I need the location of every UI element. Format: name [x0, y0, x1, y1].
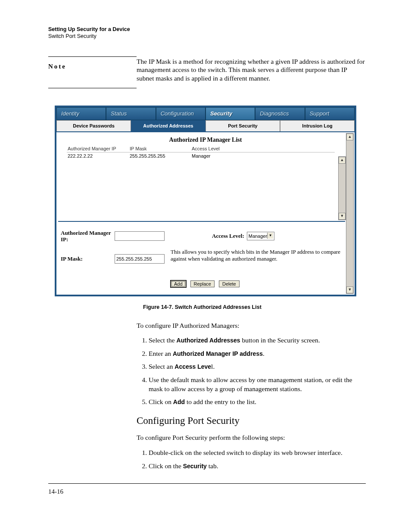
delete-button[interactable]: Delete [219, 280, 240, 287]
cell-mask: 255.255.255.255 [129, 152, 191, 159]
subtab-authorized-addresses[interactable]: Authorized Addresses [131, 120, 206, 131]
add-button[interactable]: Add [171, 280, 186, 287]
scroll-up-icon[interactable]: ▲ [346, 134, 353, 140]
form-area: Authorized Manager IP: Access Level: Man… [61, 230, 344, 268]
scroll-down-icon[interactable]: ▼ [346, 286, 353, 293]
table-row[interactable]: 222.22.2.22 255.255.255.255 Manager [67, 152, 334, 159]
help-text: This allows you to specify which bits in… [171, 249, 342, 263]
subtab-intrusion-log[interactable]: Intrusion Log [280, 120, 355, 131]
list-item: Select the Authorized Addresses button i… [149, 336, 366, 345]
access-level-label: Access Level: [212, 233, 244, 240]
list-area: Authorized Manager IP IP Mask Access Lev… [58, 145, 345, 222]
body-column: To configure IP Authorized Managers: Sel… [137, 321, 366, 471]
running-head-title: Setting Up Security for a Device [48, 26, 366, 33]
page-number: 14-16 [48, 488, 63, 495]
note-block: Note The IP Mask is a method for recogni… [48, 56, 366, 88]
figure-screenshot: Identity Status Configuration Security D… [55, 106, 356, 296]
figure-caption: Figure 14-7. Switch Authorized Addresses… [143, 304, 366, 310]
running-head: Setting Up Security for a Device Switch … [48, 26, 366, 40]
tab-diagnostics[interactable]: Diagnostics [255, 107, 305, 120]
panel: ▲ ▼ Authorized IP Manager List Authorize… [56, 132, 355, 295]
main-tabs: Identity Status Configuration Security D… [56, 107, 355, 120]
tab-configuration[interactable]: Configuration [156, 107, 206, 120]
button-row: Add Replace Delete [171, 280, 240, 287]
list-scrollbar[interactable]: ▲ ▼ [338, 156, 346, 220]
auth-ip-label: Authorized Manager IP: [61, 230, 115, 243]
scroll-up-icon[interactable]: ▲ [339, 157, 346, 164]
cell-access: Manager [191, 152, 253, 159]
note-label: Note [48, 57, 137, 70]
col-header-ip: Authorized Manager IP [67, 145, 129, 152]
tab-status[interactable]: Status [106, 107, 156, 120]
replace-button[interactable]: Replace [190, 280, 215, 287]
tab-security[interactable]: Security [206, 107, 255, 120]
panel-scrollbar[interactable]: ▲ ▼ [346, 133, 354, 294]
auth-ip-input[interactable] [115, 231, 165, 241]
intro-text-2: To configure Port Security perform the f… [137, 433, 366, 442]
running-head-subtitle: Switch Port Security [48, 33, 366, 40]
subtab-device-passwords[interactable]: Device Passwords [56, 120, 131, 131]
page-footer: 14-16 [48, 483, 366, 495]
col-header-mask: IP Mask [129, 145, 191, 152]
intro-text-1: To configure IP Authorized Managers: [137, 321, 366, 330]
list-item: Click on Add to add the entry to the lis… [149, 398, 366, 407]
list-item: Click on the Security tab. [149, 462, 366, 471]
table-header-row: Authorized Manager IP IP Mask Access Lev… [67, 145, 334, 152]
list-item: Use the default mask to allow access by … [149, 376, 366, 393]
sub-tabs: Device Passwords Authorized Addresses Po… [56, 120, 355, 132]
ordered-list-1: Select the Authorized Addresses button i… [137, 336, 366, 407]
ip-mask-label: IP Mask: [61, 255, 115, 262]
ip-mask-input[interactable] [115, 254, 165, 264]
note-body: The IP Mask is a method for recognizing … [137, 56, 366, 83]
access-level-select[interactable]: Manager [247, 232, 274, 240]
cell-ip: 222.22.2.22 [67, 152, 129, 159]
ordered-list-2: Double-click on the selected switch to d… [137, 448, 366, 470]
tab-identity[interactable]: Identity [56, 107, 106, 120]
subtab-port-security[interactable]: Port Security [206, 120, 280, 131]
tab-support[interactable]: Support [305, 107, 355, 120]
section-heading: Configuring Port Security [137, 414, 366, 428]
list-item: Double-click on the selected switch to d… [149, 448, 366, 457]
col-header-access: Access Level [191, 145, 253, 152]
scroll-down-icon[interactable]: ▼ [339, 213, 346, 220]
list-title: Authorized IP Manager List [56, 132, 355, 145]
list-item: Select an Access Level. [149, 362, 366, 371]
list-item: Enter an Authorized Manager IP address. [149, 349, 366, 358]
